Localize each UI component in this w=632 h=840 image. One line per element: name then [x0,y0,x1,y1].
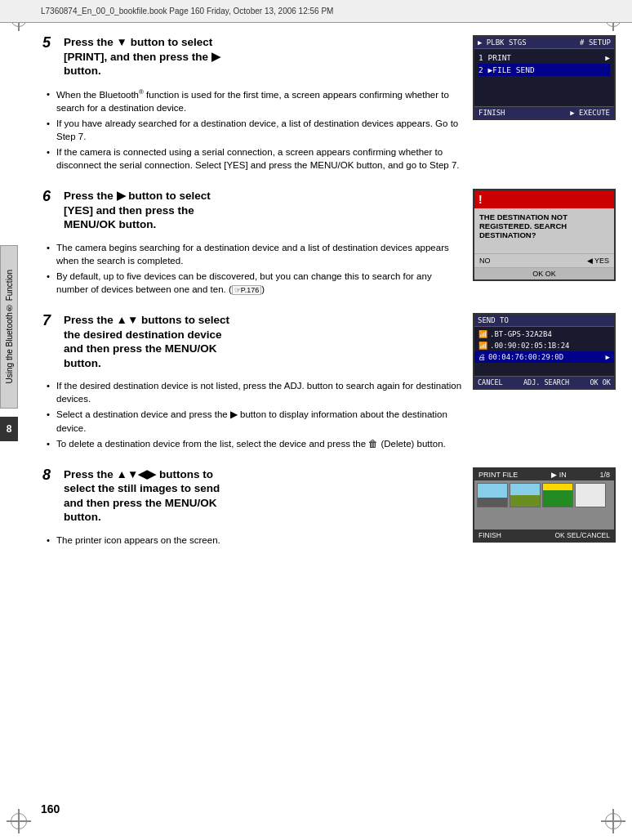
send-row-3: 🖨 00:04:76:00:29:0D ▶ [474,351,614,363]
step-8-bullets: The printer icon appears on the screen. [47,534,465,547]
print-screen-body [474,480,614,529]
cam-header-left: ▶ PLBK STGS [478,38,527,47]
side-tab-label: Using the Bluetooth® Function [5,270,14,383]
send-footer-ok: OK OK [590,378,611,386]
step-5-number: 5 [42,35,59,51]
print-footer-finish: FINISH [478,531,501,539]
print-header-mid: ▶ IN [551,471,567,479]
dialog-icon: ! [478,193,483,206]
thumb-3 [542,483,573,507]
dialog-btn-no: NO [479,257,491,265]
dialog-screen-6: ! THE DESTINATION NOTREGISTERED. SEARCHD… [473,189,616,281]
step-8-bullet-1: The printer icon appears on the screen. [47,534,465,547]
cam-footer-left: FINISH [478,109,505,117]
step-6-bullet-1: The camera begins searching for a destin… [47,241,465,267]
dialog-body: THE DESTINATION NOTREGISTERED. SEARCHDES… [474,208,614,253]
cam-screen-5-header: ▶ PLBK STGS # SETUP [474,37,614,49]
thumb-4 [575,483,606,507]
print-screen-8: PRINT FILE ▶ IN 1/8 FINISH OK SEL/CANCEL [473,467,616,543]
send-arrow: ▶ [606,353,610,361]
step-7-screen: SEND TO 📶 .BT-GPS-32A2B4 📶 .00:90:02:05:… [473,313,616,390]
step-6-bullet-2: By default, up to five devices can be di… [47,270,465,296]
side-tab: Using the Bluetooth® Function [0,245,18,409]
send-device-3: 00:04:76:00:29:0D [488,353,563,361]
send-device-2: .00:90:02:05:1B:24 [490,342,570,350]
send-row-2: 📶 .00:90:02:05:1B:24 [474,340,614,351]
step-7-bullet-1: If the desired destination device is not… [47,379,465,405]
dialog-buttons: NO ◀ YES [474,253,614,267]
cam-screen-5: ▶ PLBK STGS # SETUP 1 PRINT ▶ 2 ▶FILE SE… [473,35,616,120]
step-5-bullet-2: If you have already searched for a desti… [47,117,465,143]
send-device-1: .BT-GPS-32A2B4 [490,330,552,338]
step-7-bullet-3: To delete a destination device from the … [47,437,465,450]
print-screen-header: PRINT FILE ▶ IN 1/8 [474,469,614,480]
send-footer-search: ADJ. SEARCH [523,378,569,386]
step-5-title: Press the ▼ button to select[PRINT], and… [64,35,220,78]
dialog-ok: OK OK [532,270,556,278]
main-content: 5 Press the ▼ button to select[PRINT], a… [18,23,632,840]
cam-screen-5-footer: FINISH ▶ EXECUTE [474,106,614,118]
cam-row-file-send: 2 ▶FILE SEND [478,64,610,76]
send-row-1: 📶 .BT-GPS-32A2B4 [474,328,614,340]
step-7: 7 Press the ▲▼ buttons to selectthe desi… [42,313,616,453]
step-5-bullet-3: If the camera is connected using a seria… [47,145,465,172]
footnote-ref-p176: ☞P.176 [232,285,261,295]
dialog-btn-yes: ◀ YES [587,257,609,265]
print-screen-footer: FINISH OK SEL/CANCEL [474,529,614,541]
send-screen-7: SEND TO 📶 .BT-GPS-32A2B4 📶 .00:90:02:05:… [473,313,616,390]
cam-row-arrow: ▶ [605,53,610,62]
step-6-bullets: The camera begins searching for a destin… [47,241,465,296]
step-7-title: Press the ▲▼ buttons to selectthe desire… [64,313,229,370]
cam-row-num2: 2 [478,65,483,74]
cam-footer-right: ▶ EXECUTE [570,109,610,117]
cam-row-label2: ▶FILE SEND [487,65,534,74]
print-header-right: 1/8 [599,471,610,479]
page-number: 160 [41,802,60,815]
cam-header-right: # SETUP [580,38,611,47]
step-5-bullets: When the Bluetooth® function is used for… [47,87,465,172]
chapter-number: 8 [7,423,12,435]
dialog-footer: OK OK [474,267,614,279]
step-5-screen: ▶ PLBK STGS # SETUP 1 PRINT ▶ 2 ▶FILE SE… [473,35,616,120]
print-footer-sel: OK SEL/CANCEL [554,531,610,539]
send-footer-cancel: CANCEL [478,378,503,386]
dialog-header: ! [474,190,614,208]
step-8-title: Press the ▲▼◀▶ buttons toselect the stil… [64,467,220,525]
header-text: L7360874_En_00_0_bookfile.book Page 160 … [41,7,333,16]
step-7-number: 7 [42,313,59,329]
step-7-bullets: If the desired destination device is not… [47,379,465,449]
cam-row-print: 1 PRINT ▶ [478,51,610,64]
step-6-number: 6 [42,189,59,205]
send-icon-1: 📶 [478,330,487,338]
cam-row-label: PRINT [487,53,511,62]
send-screen-header: SEND TO [474,315,614,327]
send-screen-footer: CANCEL ADJ. SEARCH OK OK [474,376,614,388]
step-6-left: 6 Press the ▶ button to select[YES] and … [42,189,465,298]
step-5-bullet-1: When the Bluetooth® function is used for… [47,87,465,114]
step-8-left: 8 Press the ▲▼◀▶ buttons toselect the st… [42,467,465,549]
header-bar: L7360874_En_00_0_bookfile.book Page 160 … [0,0,632,23]
step-6-title: Press the ▶ button to select[YES] and th… [64,189,211,232]
step-8: 8 Press the ▲▼◀▶ buttons toselect the st… [42,467,616,549]
step-5: 5 Press the ▼ button to select[PRINT], a… [42,35,616,174]
step-6-screen: ! THE DESTINATION NOTREGISTERED. SEARCHD… [473,189,616,281]
cam-row-num: 1 [478,53,483,62]
send-icon-2: 📶 [478,342,487,350]
step-7-left: 7 Press the ▲▼ buttons to selectthe desi… [42,313,465,453]
step-8-screen: PRINT FILE ▶ IN 1/8 FINISH OK SEL/CANCEL [473,467,616,543]
send-icon-3: 🖨 [478,353,486,361]
step-6: 6 Press the ▶ button to select[YES] and … [42,189,616,298]
print-header-left: PRINT FILE [478,471,518,479]
step-5-left: 5 Press the ▼ button to select[PRINT], a… [42,35,465,174]
send-screen-body: 📶 .BT-GPS-32A2B4 📶 .00:90:02:05:1B:24 🖨 … [474,327,614,376]
step-8-number: 8 [42,467,59,484]
cam-screen-5-body: 1 PRINT ▶ 2 ▶FILE SEND [474,49,614,106]
thumb-2 [510,483,541,507]
chapter-box: 8 [0,417,18,441]
thumb-1 [477,483,508,507]
step-7-bullet-2: Select a destination device and press th… [47,408,465,434]
